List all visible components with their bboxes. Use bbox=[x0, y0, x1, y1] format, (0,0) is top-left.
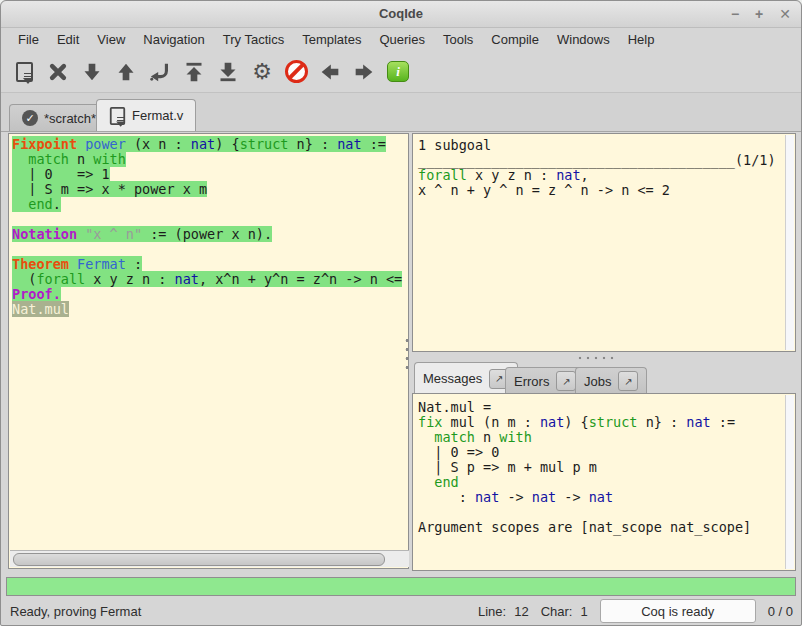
messages-pane: Nat.mul =fix mul (n m : nat) {struct n} … bbox=[412, 393, 796, 571]
char-value: 1 bbox=[580, 604, 587, 619]
status-bar: Ready, proving Fermat Line: 12 Char: 1 C… bbox=[1, 597, 801, 625]
vertical-splitter[interactable] bbox=[404, 336, 410, 374]
menu-item-try-tactics[interactable]: Try Tactics bbox=[214, 29, 293, 50]
menu-item-templates[interactable]: Templates bbox=[293, 29, 370, 50]
editor-content[interactable]: Fixpoint power (x n : nat) {struct n} : … bbox=[9, 134, 413, 555]
close-buffer-button[interactable] bbox=[41, 56, 75, 88]
tab-label: Messages bbox=[423, 371, 482, 386]
code-line: Theorem Fermat : bbox=[12, 257, 413, 272]
menu-item-windows[interactable]: Windows bbox=[548, 29, 619, 50]
code-line: : nat -> nat -> nat bbox=[418, 490, 786, 505]
go-to-end-button[interactable] bbox=[211, 56, 245, 88]
close-icon[interactable]: ✕ bbox=[779, 5, 791, 23]
code-line: Nat.mul = bbox=[418, 400, 786, 415]
detach-icon[interactable]: ↗ bbox=[556, 371, 576, 391]
code-line: (forall x y z n : nat, x^n + y^n = z^n -… bbox=[12, 272, 413, 287]
window-title: CoqIde bbox=[1, 6, 801, 21]
code-line: fix mul (n m : nat) {struct n} : nat := bbox=[418, 415, 786, 430]
menu-bar: FileEditViewNavigationTry TacticsTemplat… bbox=[1, 27, 801, 51]
interrupt-button[interactable] bbox=[279, 56, 313, 88]
tab-scratch[interactable]: ✓ *scratch* bbox=[9, 104, 109, 131]
go-to-cursor-icon bbox=[149, 61, 171, 83]
settings-button[interactable]: ⚙ bbox=[245, 56, 279, 88]
arrow-left-icon bbox=[320, 62, 340, 82]
check-circle-icon: ✓ bbox=[22, 110, 38, 126]
tab-errors[interactable]: Errors ↗ bbox=[505, 367, 585, 394]
char-label: Char: bbox=[541, 604, 573, 619]
menu-item-navigation[interactable]: Navigation bbox=[134, 29, 213, 50]
about-button[interactable]: i bbox=[381, 56, 415, 88]
code-line: end bbox=[418, 475, 786, 490]
menu-item-edit[interactable]: Edit bbox=[48, 29, 88, 50]
code-line: 1 subgoal bbox=[418, 138, 786, 153]
tab-jobs[interactable]: Jobs ↗ bbox=[575, 367, 647, 394]
messages-scrollbar-track[interactable] bbox=[785, 395, 794, 569]
code-line: _______________________________________(… bbox=[418, 153, 786, 168]
code-line: forall x y z n : nat, bbox=[418, 168, 786, 183]
tab-label: *scratch* bbox=[44, 111, 96, 126]
code-line: | 0 => 0 bbox=[418, 445, 786, 460]
interrupt-icon bbox=[285, 60, 308, 83]
save-icon bbox=[16, 62, 33, 82]
code-line: Nat.mul bbox=[12, 302, 413, 317]
code-line: match n with bbox=[418, 430, 786, 445]
go-to-cursor-button[interactable] bbox=[143, 56, 177, 88]
goal-content: 1 subgoal_______________________________… bbox=[413, 134, 786, 351]
forward-button[interactable] bbox=[347, 56, 381, 88]
messages-content: Nat.mul =fix mul (n m : nat) {struct n} … bbox=[413, 394, 786, 570]
main-content: Fixpoint power (x n : nat) {struct n} : … bbox=[1, 131, 801, 573]
minimize-icon[interactable]: − bbox=[731, 5, 739, 23]
menu-item-compile[interactable]: Compile bbox=[482, 29, 548, 50]
back-button[interactable] bbox=[313, 56, 347, 88]
messages-notebook: Messages ↗ Errors ↗ Jobs ↗ Nat.mul =fix … bbox=[412, 362, 796, 571]
tab-label: Fermat.v bbox=[132, 108, 183, 123]
scrollbar-thumb[interactable] bbox=[13, 553, 385, 566]
code-line bbox=[418, 505, 786, 520]
title-bar[interactable]: CoqIde − + ✕ bbox=[1, 1, 801, 28]
window-controls: − + ✕ bbox=[731, 5, 791, 23]
goal-scrollbar-track[interactable] bbox=[785, 135, 794, 350]
messages-tab-row: Messages ↗ Errors ↗ Jobs ↗ bbox=[412, 362, 796, 394]
arrow-down-icon bbox=[82, 62, 102, 82]
step-forward-button[interactable] bbox=[75, 56, 109, 88]
status-right: Line: 12 Char: 1 Coq is ready 0 / 0 bbox=[478, 599, 793, 623]
line-value: 12 bbox=[514, 604, 528, 619]
goal-counter: 0 / 0 bbox=[768, 604, 793, 619]
status-message: Ready, proving Fermat bbox=[10, 604, 141, 619]
code-line: | S m => x * power x m bbox=[12, 182, 413, 197]
code-line bbox=[12, 212, 413, 227]
code-line: | 0 => 1 bbox=[12, 167, 413, 182]
code-line: Notation "x ^ n" := (power x n). bbox=[12, 227, 413, 242]
arrow-up-icon bbox=[116, 62, 136, 82]
menu-item-file[interactable]: File bbox=[9, 29, 48, 50]
save-button[interactable] bbox=[7, 56, 41, 88]
maximize-icon[interactable]: + bbox=[755, 5, 763, 23]
document-tab-bar: ✓ *scratch* Fermat.v bbox=[1, 93, 801, 132]
step-backward-button[interactable] bbox=[109, 56, 143, 88]
menu-item-tools[interactable]: Tools bbox=[434, 29, 482, 50]
menu-item-queries[interactable]: Queries bbox=[370, 29, 434, 50]
detach-icon[interactable]: ↗ bbox=[618, 371, 638, 391]
go-to-start-button[interactable] bbox=[177, 56, 211, 88]
script-editor-pane: Fixpoint power (x n : nat) {struct n} : … bbox=[8, 133, 409, 569]
arrow-up-to-bar-icon bbox=[184, 62, 204, 82]
horizontal-splitter[interactable] bbox=[576, 355, 618, 361]
coqide-window: CoqIde − + ✕ FileEditViewNavigationTry T… bbox=[0, 0, 802, 626]
gear-icon: ⚙ bbox=[252, 61, 272, 83]
tab-messages[interactable]: Messages ↗ bbox=[414, 362, 518, 394]
tab-fermat[interactable]: Fermat.v bbox=[96, 99, 196, 131]
code-line: Argument scopes are [nat_scope nat_scope… bbox=[418, 520, 786, 535]
tab-label: Jobs bbox=[584, 374, 611, 389]
save-icon bbox=[110, 107, 125, 125]
tab-label: Errors bbox=[514, 374, 549, 389]
menu-item-help[interactable]: Help bbox=[619, 29, 664, 50]
arrow-down-to-bar-icon bbox=[218, 62, 238, 82]
close-icon bbox=[48, 62, 68, 82]
code-line bbox=[12, 242, 413, 257]
about-icon: i bbox=[387, 61, 409, 82]
horizontal-scrollbar[interactable] bbox=[10, 550, 409, 567]
arrow-right-icon bbox=[354, 62, 374, 82]
code-line: Proof. bbox=[12, 287, 413, 302]
goal-pane: 1 subgoal_______________________________… bbox=[412, 133, 796, 352]
menu-item-view[interactable]: View bbox=[88, 29, 134, 50]
